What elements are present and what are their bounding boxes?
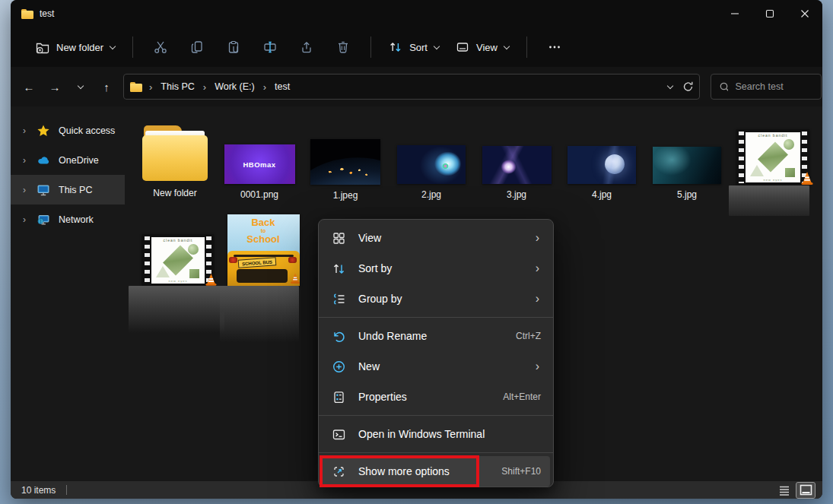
image-thumbnail xyxy=(397,145,466,184)
breadcrumb-separator: › xyxy=(263,81,266,93)
menu-item-view[interactable]: View › xyxy=(322,223,550,253)
vlc-cone-icon xyxy=(290,272,300,284)
address-bar[interactable]: › This PC › Work (E:) › test xyxy=(123,74,700,100)
search-icon xyxy=(719,81,728,93)
copy-button[interactable] xyxy=(182,34,212,60)
file-item-video-1[interactable]: clean bandit new eyes xyxy=(730,129,816,185)
breadcrumb-test[interactable]: test xyxy=(273,79,291,94)
context-menu: View › Sort by › Group by › Undo Rename … xyxy=(318,219,554,487)
chevron-right-icon[interactable]: › xyxy=(18,185,30,195)
file-label-box xyxy=(129,286,224,333)
close-button[interactable] xyxy=(787,0,822,27)
cut-button[interactable] xyxy=(145,34,176,60)
toolbar-divider xyxy=(132,36,133,58)
file-item-video-2[interactable]: clean bandit new eyes xyxy=(135,234,221,287)
sidebar-item-quick-access[interactable]: › Quick access xyxy=(11,116,125,145)
breadcrumb-this-pc[interactable]: This PC xyxy=(159,79,196,94)
new-folder-label: New folder xyxy=(56,42,103,53)
chevron-right-icon[interactable]: › xyxy=(18,214,30,225)
sidebar-item-this-pc[interactable]: › This PC xyxy=(11,175,125,204)
details-view-button[interactable] xyxy=(775,483,793,498)
breadcrumb-work-e[interactable]: Work (E:) xyxy=(213,79,256,94)
menu-item-open-in-windows-terminal[interactable]: Open in Windows Terminal xyxy=(322,419,550,449)
image-thumbnail xyxy=(653,147,721,184)
file-item-4-jpg[interactable]: 4.jpg xyxy=(560,146,644,200)
sort-icon xyxy=(331,261,346,276)
minimize-icon xyxy=(727,6,742,21)
maximize-icon xyxy=(762,6,777,21)
command-bar: New folder Sort xyxy=(11,27,822,67)
file-item-5-jpg[interactable]: 5.jpg xyxy=(645,147,729,200)
network-icon xyxy=(37,213,50,227)
back-button[interactable]: ← xyxy=(18,76,40,97)
rename-button[interactable] xyxy=(255,34,285,60)
menu-separator xyxy=(319,415,553,416)
chevron-right-icon[interactable]: › xyxy=(18,155,30,166)
folder-icon xyxy=(21,9,33,19)
maximize-button[interactable] xyxy=(752,0,787,27)
recent-locations-button[interactable] xyxy=(70,76,91,97)
sort-icon xyxy=(388,40,403,55)
file-item-3-jpg[interactable]: 3.jpg xyxy=(475,146,558,200)
new-folder-icon xyxy=(35,40,50,55)
sidebar-item-onedrive[interactable]: › OneDrive xyxy=(11,145,125,175)
chevron-right-icon[interactable]: › xyxy=(18,125,30,136)
chevron-right-icon: › xyxy=(536,360,541,373)
chevron-right-icon: › xyxy=(536,292,541,306)
menu-item-show-more-options[interactable]: Show more options Shift+F10 xyxy=(322,456,550,487)
expand-icon xyxy=(331,464,346,479)
file-item-0001-png[interactable]: HBOmax 0001.png xyxy=(218,144,301,200)
file-label-box xyxy=(220,286,299,342)
see-more-button[interactable] xyxy=(539,34,570,60)
sort-label: Sort xyxy=(409,42,428,53)
refresh-icon[interactable] xyxy=(681,80,695,94)
chevron-down-icon xyxy=(434,44,440,50)
view-icon xyxy=(455,40,470,55)
view-label: View xyxy=(476,42,498,53)
menu-item-properties[interactable]: Properties Alt+Enter xyxy=(322,382,550,412)
vlc-cone-icon xyxy=(205,272,218,287)
share-icon xyxy=(299,40,314,55)
menu-item-group-by[interactable]: Group by › xyxy=(322,284,550,314)
forward-button[interactable]: → xyxy=(44,76,65,97)
more-ellipsis-icon xyxy=(547,40,562,55)
file-item-new-folder[interactable]: New folder xyxy=(129,125,221,198)
cloud-icon xyxy=(37,154,50,167)
new-folder-button[interactable]: New folder xyxy=(27,34,123,60)
properties-icon xyxy=(331,389,346,404)
sort-button[interactable]: Sort xyxy=(380,34,447,60)
toolbar-divider xyxy=(370,36,371,58)
image-thumbnail: HBOmax xyxy=(224,144,295,184)
menu-item-sort-by[interactable]: Sort by › xyxy=(322,253,550,284)
file-item-1-jpeg[interactable]: 1.jpeg xyxy=(304,139,387,201)
view-button[interactable]: View xyxy=(447,34,517,60)
address-row: ← → ↑ › This PC › Work (E:) › test xyxy=(11,67,822,106)
menu-item-undo-rename[interactable]: Undo Rename Ctrl+Z xyxy=(322,321,550,351)
cut-icon xyxy=(153,40,168,55)
breadcrumb-separator: › xyxy=(203,81,206,93)
search-input[interactable] xyxy=(735,81,813,92)
search-box[interactable] xyxy=(711,74,822,100)
sidebar-item-network[interactable]: › Network xyxy=(11,204,125,234)
school-bus-graphic: SCHOOL BUS xyxy=(227,251,300,286)
video-thumbnail: Back to School SCHOOL BUS xyxy=(227,214,300,286)
view-grid-icon xyxy=(331,230,346,246)
file-explorer-window: test New folder xyxy=(11,0,822,499)
file-item-back-to-school[interactable]: Back to School SCHOOL BUS xyxy=(221,214,306,286)
share-button[interactable] xyxy=(291,34,322,60)
large-icons-view-button[interactable] xyxy=(796,483,815,498)
window-title-tab: test xyxy=(11,8,54,19)
trash-icon xyxy=(335,40,351,55)
toolbar-divider xyxy=(526,36,527,58)
up-button[interactable]: ↑ xyxy=(96,76,117,97)
video-thumbnail: clean bandit new eyes xyxy=(736,129,809,185)
file-item-2-jpg[interactable]: 2.jpg xyxy=(389,145,473,200)
menu-item-new[interactable]: New › xyxy=(322,351,550,382)
delete-button[interactable] xyxy=(328,34,358,60)
chevron-right-icon: › xyxy=(536,262,541,275)
title-bar: test xyxy=(11,0,822,27)
paste-button[interactable] xyxy=(218,34,249,60)
monitor-icon xyxy=(37,183,50,197)
address-dropdown-icon[interactable] xyxy=(667,84,673,90)
minimize-button[interactable] xyxy=(717,0,752,27)
